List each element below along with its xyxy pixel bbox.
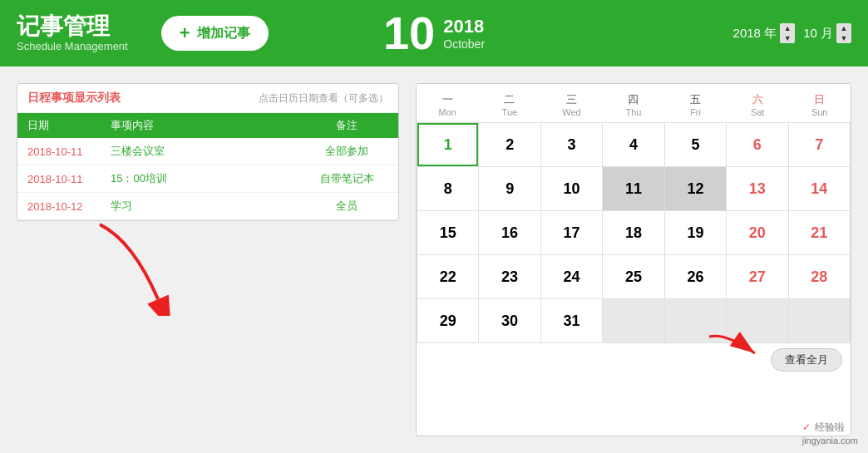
calendar-day-headers: 一Mon二Tue三Wed四Thu五Fri六Sat日Sun [417, 84, 851, 122]
calendar-cell[interactable]: 10 [541, 167, 602, 210]
schedule-row[interactable]: 2018-10-12 学习 全员 [17, 193, 398, 220]
row-date: 2018-10-12 [27, 200, 111, 213]
year-control: 2018 年 ▲ ▼ [733, 23, 796, 43]
month-up-button[interactable]: ▲ [836, 23, 851, 33]
app-subtitle: Schedule Management [17, 40, 128, 52]
month-label: 10 月 [803, 26, 833, 42]
calendar-cell[interactable]: 19 [665, 211, 726, 254]
year-label: 2018 年 [733, 26, 777, 42]
watermark-text: 经验啦 [815, 421, 845, 433]
day-header-fri: 五Fri [664, 91, 727, 119]
calendar-cell[interactable]: 15 [417, 211, 478, 254]
weekday-sub: Fri [664, 107, 727, 117]
day-header-mon: 一Mon [417, 91, 479, 119]
arrow-svg [83, 208, 191, 316]
calendar-cell[interactable]: 8 [417, 167, 478, 210]
add-button-label: 增加记事 [197, 25, 250, 42]
arrow-annotation [83, 208, 191, 319]
calendar-cell[interactable]: 13 [727, 167, 787, 210]
calendar-cell[interactable]: 23 [479, 255, 540, 298]
calendar-cell[interactable]: 12 [665, 167, 726, 210]
main-content: 日程事项显示列表 点击日历日期查看（可多选） 日期 事项内容 备注 2018-1… [0, 66, 868, 453]
calendar-cell[interactable]: 17 [541, 211, 602, 254]
row-content[interactable]: 三楼会议室 [111, 144, 305, 159]
schedule-col-header: 日期 事项内容 备注 [17, 113, 398, 138]
day-header-thu: 四Thu [603, 91, 665, 119]
calendar-cell[interactable]: 29 [417, 299, 478, 342]
header-year-month: 2018 October [443, 16, 485, 51]
calendar-cell [665, 299, 726, 342]
weekday-sub: Tue [479, 107, 541, 117]
watermark: ✓ 经验啦 jingyania.com [802, 421, 858, 446]
calendar-cell[interactable]: 2 [479, 123, 540, 166]
year-spinner[interactable]: ▲ ▼ [780, 23, 795, 43]
calendar-cell[interactable]: 24 [541, 255, 602, 298]
weekday-sub: Sat [727, 107, 789, 117]
calendar-cell[interactable]: 5 [665, 123, 726, 166]
month-control: 10 月 ▲ ▼ [803, 23, 851, 43]
header: 记事管理 Schedule Management + 增加记事 10 2018 … [0, 0, 868, 66]
weekday-label: 一 [417, 92, 479, 107]
row-note: 自带笔记本 [305, 171, 388, 186]
schedule-table-title: 日程事项显示列表 [27, 91, 121, 106]
calendar-cell [603, 299, 663, 342]
weekday-sub: Sun [788, 107, 851, 117]
calendar-cell[interactable]: 21 [789, 211, 850, 254]
month-spinner[interactable]: ▲ ▼ [836, 23, 851, 43]
plus-icon: + [180, 22, 190, 44]
schedule-table-hint: 点击日历日期查看（可多选） [259, 91, 388, 106]
schedule-row[interactable]: 2018-10-11 三楼会议室 全部参加 [17, 138, 398, 165]
add-schedule-button[interactable]: + 增加记事 [161, 16, 269, 51]
calendar-footer: 查看全月 [417, 343, 851, 377]
schedule-table-container: 日程事项显示列表 点击日历日期查看（可多选） 日期 事项内容 备注 2018-1… [17, 83, 399, 221]
weekday-sub: Wed [540, 107, 603, 117]
view-all-button[interactable]: 查看全月 [771, 348, 842, 372]
calendar-cell[interactable]: 6 [727, 123, 787, 166]
current-day: 10 [383, 10, 435, 57]
year-up-button[interactable]: ▲ [780, 23, 795, 33]
calendar-cell[interactable]: 25 [603, 255, 663, 298]
weekday-label: 四 [603, 92, 665, 107]
calendar-grid: 1234567891011121314151617181920212223242… [417, 122, 851, 343]
calendar-cell[interactable]: 26 [665, 255, 726, 298]
watermark-icon: ✓ [802, 421, 811, 433]
day-header-sun: 日Sun [788, 91, 851, 119]
calendar-cell[interactable]: 22 [417, 255, 478, 298]
weekday-label: 日 [788, 92, 851, 107]
calendar-cell[interactable]: 18 [603, 211, 663, 254]
calendar-cell[interactable]: 20 [727, 211, 787, 254]
calendar-cell[interactable]: 3 [541, 123, 602, 166]
day-header-tue: 二Tue [479, 91, 541, 119]
calendar-cell[interactable]: 9 [479, 167, 540, 210]
schedule-table-header: 日程事项显示列表 点击日历日期查看（可多选） [17, 84, 398, 113]
row-note: 全员 [305, 199, 388, 214]
calendar-cell[interactable]: 4 [603, 123, 663, 166]
schedule-rows: 2018-10-11 三楼会议室 全部参加 2018-10-11 15：00培训… [17, 138, 398, 220]
calendar-cell[interactable]: 28 [789, 255, 850, 298]
col-header-note: 备注 [305, 118, 388, 133]
header-date-center: 10 2018 October [383, 10, 485, 57]
row-content[interactable]: 学习 [111, 199, 305, 214]
current-month-name: October [443, 37, 485, 51]
col-header-content: 事项内容 [111, 118, 305, 133]
calendar-cell[interactable]: 27 [727, 255, 787, 298]
calendar-cell[interactable]: 31 [541, 299, 602, 342]
header-controls: 2018 年 ▲ ▼ 10 月 ▲ ▼ [733, 23, 851, 43]
calendar-cell[interactable]: 1 [417, 123, 478, 166]
weekday-label: 五 [664, 92, 727, 107]
row-content[interactable]: 15：00培训 [111, 171, 305, 186]
current-year: 2018 [443, 16, 485, 37]
app-title: 记事管理 [17, 14, 128, 40]
month-down-button[interactable]: ▼ [836, 33, 851, 43]
weekday-sub: Thu [603, 107, 665, 117]
weekday-label: 二 [479, 92, 541, 107]
calendar-cell[interactable]: 11 [603, 167, 663, 210]
calendar-cell[interactable]: 7 [789, 123, 850, 166]
calendar-cell[interactable]: 16 [479, 211, 540, 254]
schedule-row[interactable]: 2018-10-11 15：00培训 自带笔记本 [17, 165, 398, 193]
calendar-cell[interactable]: 30 [479, 299, 540, 342]
calendar-cell [727, 299, 787, 342]
calendar-cell[interactable]: 14 [789, 167, 850, 210]
calendar-cell [789, 299, 850, 342]
year-down-button[interactable]: ▼ [780, 33, 795, 43]
